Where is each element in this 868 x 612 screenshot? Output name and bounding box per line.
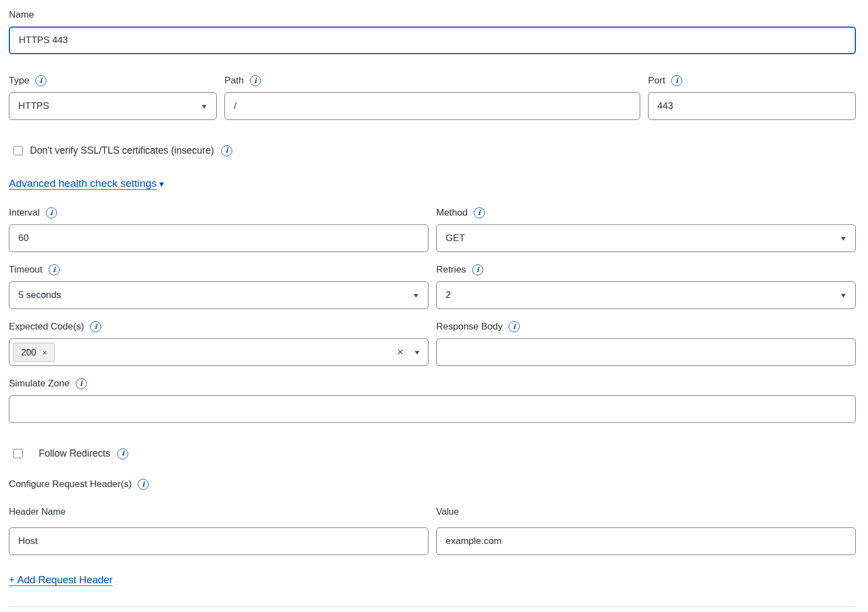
expected-codes-label: Expected Code(s) xyxy=(9,321,84,333)
advanced-settings-row: Advanced health check settings ▼ xyxy=(9,177,856,190)
follow-redirects-label: Follow Redirects xyxy=(39,448,110,459)
interval-input[interactable] xyxy=(9,224,428,252)
path-field: Path i xyxy=(224,75,640,120)
timeout-select[interactable]: 5 seconds ▼ xyxy=(9,281,428,309)
advanced-settings-link[interactable]: Advanced health check settings ▼ xyxy=(9,177,165,190)
chevron-down-icon: ▼ xyxy=(158,180,165,189)
retries-select[interactable]: 2 ▼ xyxy=(436,281,856,309)
chevron-down-icon: ▼ xyxy=(413,349,421,355)
retries-label-row: Retries i xyxy=(436,264,856,276)
response-body-label: Response Body xyxy=(436,321,503,333)
info-icon[interactable]: i xyxy=(138,479,149,490)
ssl-verify-label: Don't verify SSL/TLS certificates (insec… xyxy=(30,145,214,156)
retries-field: Retries i 2 ▼ xyxy=(436,264,856,309)
request-headers-title: Configure Request Header(s) xyxy=(9,478,132,490)
chevron-down-icon: ▼ xyxy=(412,292,420,299)
simulate-zone-label-row: Simulate Zone i xyxy=(9,378,856,390)
header-name-input[interactable] xyxy=(9,527,428,555)
interval-label-row: Interval i xyxy=(9,207,428,219)
follow-redirects-checkbox[interactable] xyxy=(13,449,23,458)
follow-redirects-row: Follow Redirects i xyxy=(9,448,856,459)
timeout-field: Timeout i 5 seconds ▼ xyxy=(9,264,428,309)
info-icon[interactable]: i xyxy=(472,264,483,275)
add-header-row: + Add Request Header xyxy=(9,574,856,586)
simulate-zone-label: Simulate Zone xyxy=(9,378,70,390)
ssl-verify-checkbox[interactable] xyxy=(13,146,23,155)
retries-label: Retries xyxy=(436,264,466,276)
path-label: Path xyxy=(224,75,244,87)
bottom-divider xyxy=(9,606,856,607)
header-name-label: Header Name xyxy=(9,505,66,517)
name-label: Name xyxy=(9,9,34,21)
simulate-zone-field: Simulate Zone i xyxy=(9,378,856,423)
response-body-input[interactable] xyxy=(436,338,856,366)
type-select[interactable]: HTTPS ▼ xyxy=(9,92,217,120)
codes-body-row: Expected Code(s) i 200 × ✕ ▼ Response Bo… xyxy=(9,321,856,366)
info-icon[interactable]: i xyxy=(49,264,60,275)
chevron-down-icon: ▼ xyxy=(200,103,208,109)
type-label-row: Type i xyxy=(9,75,217,87)
ssl-verify-checkbox-row: Don't verify SSL/TLS certificates (insec… xyxy=(9,145,856,156)
port-field: Port i xyxy=(648,75,856,120)
timeout-select-value: 5 seconds xyxy=(18,290,61,301)
method-select-value: GET xyxy=(446,233,465,244)
port-label-row: Port i xyxy=(648,75,856,87)
multiselect-controls: ✕ ▼ xyxy=(397,347,420,357)
header-value-field: Value xyxy=(436,505,856,555)
interval-field: Interval i xyxy=(9,207,428,252)
path-label-row: Path i xyxy=(224,75,640,87)
chevron-down-icon: ▼ xyxy=(839,236,847,242)
health-check-form: Name Type i HTTPS ▼ Path i Port i xyxy=(0,0,868,607)
type-label: Type xyxy=(9,75,29,87)
expected-codes-multiselect[interactable]: 200 × ✕ ▼ xyxy=(9,338,428,366)
header-name-field: Header Name xyxy=(9,505,428,555)
info-icon[interactable]: i xyxy=(46,207,57,218)
path-input[interactable] xyxy=(224,92,640,120)
interval-label: Interval xyxy=(9,207,40,219)
info-icon[interactable]: i xyxy=(671,75,682,86)
expected-codes-label-row: Expected Code(s) i xyxy=(9,321,428,333)
code-tag-label: 200 xyxy=(21,347,36,358)
clear-all-icon[interactable]: ✕ xyxy=(397,347,404,357)
name-label-row: Name xyxy=(9,9,856,21)
header-value-label-row: Value xyxy=(436,505,856,517)
response-body-label-row: Response Body i xyxy=(436,321,856,333)
header-name-label-row: Header Name xyxy=(9,505,428,517)
type-select-value: HTTPS xyxy=(18,101,49,112)
info-icon[interactable]: i xyxy=(35,75,46,86)
type-field: Type i HTTPS ▼ xyxy=(9,75,217,120)
request-headers-title-row: Configure Request Header(s) i xyxy=(9,478,856,490)
expected-codes-field: Expected Code(s) i 200 × ✕ ▼ xyxy=(9,321,428,366)
timeout-label: Timeout xyxy=(9,264,43,276)
info-icon[interactable]: i xyxy=(221,145,232,156)
tag-remove-icon[interactable]: × xyxy=(43,348,48,357)
request-header-row: Header Name Value xyxy=(9,505,856,555)
name-input[interactable] xyxy=(9,27,856,54)
response-body-field: Response Body i xyxy=(436,321,856,366)
add-request-header-label: + Add Request Header xyxy=(9,574,113,586)
info-icon[interactable]: i xyxy=(250,75,261,86)
info-icon[interactable]: i xyxy=(76,378,87,389)
info-icon[interactable]: i xyxy=(474,207,485,218)
port-label: Port xyxy=(648,75,665,87)
code-tag: 200 × xyxy=(13,343,55,362)
interval-method-row: Interval i Method i GET ▼ xyxy=(9,207,856,252)
method-label-row: Method i xyxy=(436,207,856,219)
retries-select-value: 2 xyxy=(446,290,451,301)
add-request-header-link[interactable]: + Add Request Header xyxy=(9,574,113,586)
info-icon[interactable]: i xyxy=(117,448,128,459)
timeout-label-row: Timeout i xyxy=(9,264,428,276)
advanced-settings-link-label: Advanced health check settings xyxy=(9,177,156,190)
method-select[interactable]: GET ▼ xyxy=(436,224,856,252)
timeout-retries-row: Timeout i 5 seconds ▼ Retries i 2 ▼ xyxy=(9,264,856,309)
chevron-down-icon: ▼ xyxy=(839,292,847,299)
info-icon[interactable]: i xyxy=(90,321,101,332)
header-value-label: Value xyxy=(436,505,459,517)
type-path-port-row: Type i HTTPS ▼ Path i Port i xyxy=(9,75,856,120)
info-icon[interactable]: i xyxy=(509,321,520,332)
simulate-zone-input[interactable] xyxy=(9,395,856,423)
method-label: Method xyxy=(436,207,468,219)
header-value-input[interactable] xyxy=(436,527,856,555)
port-input[interactable] xyxy=(648,92,856,120)
method-field: Method i GET ▼ xyxy=(436,207,856,252)
